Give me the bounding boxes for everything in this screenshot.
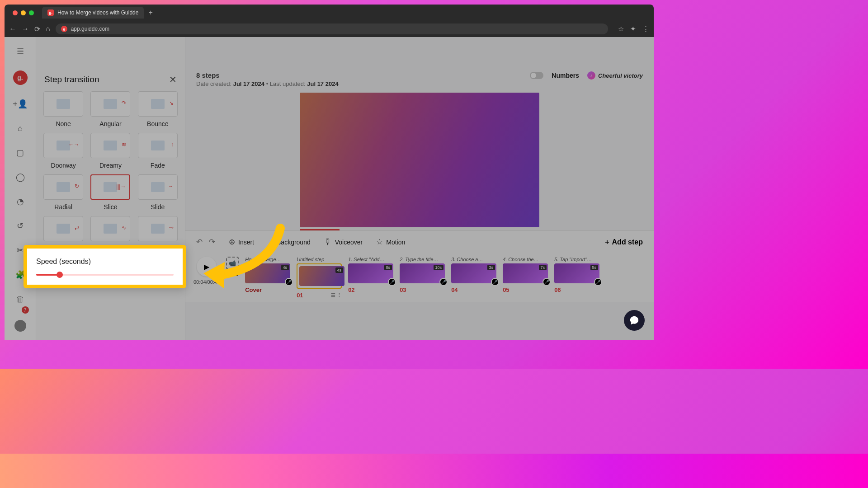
traffic-lights — [13, 10, 34, 15]
preview-canvas[interactable] — [300, 93, 539, 227]
callout-arrow-icon — [192, 221, 292, 294]
transition-dreamy[interactable]: ≋Dreamy — [90, 133, 131, 169]
menu-icon[interactable]: ☰ — [15, 46, 26, 57]
reload-button[interactable]: ⟳ — [34, 25, 40, 33]
url-favicon: g — [61, 26, 67, 32]
browser-tab[interactable]: g. How to Merge videos with Guidde — [42, 7, 144, 19]
notification-badge: 7 — [22, 306, 29, 314]
back-button[interactable]: ← — [9, 25, 16, 33]
video-icon[interactable]: ▢ — [15, 147, 26, 158]
trash-icon[interactable]: 🗑 — [15, 294, 26, 305]
timeline-thumb[interactable]: 2. Type the title… 10s 🎤 03 — [400, 257, 445, 299]
speed-control-highlight: Speed (seconds) — [24, 245, 186, 288]
music-icon: ♪ — [587, 71, 595, 80]
steps-meta: Date created: Jul 17 2024 • Last updated… — [196, 80, 339, 87]
tab-favicon: g. — [47, 9, 54, 16]
app-logo[interactable]: g. — [13, 70, 28, 85]
steps-count: 8 steps — [196, 71, 339, 79]
url-text: app.guidde.com — [71, 26, 109, 32]
slider-thumb[interactable] — [57, 272, 63, 278]
chat-icon — [629, 315, 639, 325]
home-icon[interactable]: ⌂ — [15, 123, 26, 134]
star-icon: ☆ — [376, 237, 383, 247]
mic-icon: 🎙 — [324, 238, 332, 247]
speed-label: Speed (seconds) — [36, 258, 174, 266]
timeline-thumb[interactable]: 5. Tap "Import"… 5s 🎤 06 — [554, 257, 599, 299]
speed-slider[interactable] — [36, 274, 174, 276]
user-avatar[interactable]: 7 — [14, 319, 27, 333]
main-editor: 8 steps Date created: Jul 17 2024 • Last… — [185, 37, 654, 340]
new-tab-button[interactable]: + — [148, 9, 152, 17]
transition-bounce[interactable]: ↘Bounce — [137, 91, 179, 127]
home-button[interactable]: ⌂ — [46, 25, 50, 33]
transition-radial[interactable]: ↻Radial — [42, 174, 84, 211]
numbers-toggle[interactable] — [530, 72, 543, 79]
tab-title: How to Merge videos with Guidde — [57, 9, 138, 16]
timeline-thumb[interactable]: 4. Choose the… 7s 🎤 05 — [503, 257, 548, 299]
music-selector[interactable]: ♪ Cheerful victory — [587, 71, 643, 80]
address-bar[interactable]: g app.guidde.com — [56, 23, 608, 34]
transition-angular[interactable]: ↷Angular — [90, 91, 131, 127]
panel-title: Step transition — [44, 75, 99, 84]
plus-icon: + — [605, 238, 609, 246]
add-step-button[interactable]: +Add step — [605, 238, 643, 246]
timeline-thumb[interactable]: 3. Choose a… 3s 🎤 04 — [451, 257, 496, 299]
add-user-icon[interactable]: +👤 — [15, 99, 26, 109]
transition-doorway[interactable]: ←→Doorway — [42, 133, 84, 169]
history-icon[interactable]: ↺ — [15, 221, 26, 231]
bookmark-icon[interactable]: ☆ — [618, 25, 624, 33]
app-sidebar: ☰ g. +👤 ⌂ ▢ ◯ ◔ ↺ ✂ 🧩 🗑 7 — [5, 37, 36, 340]
chart-icon[interactable]: ◔ — [15, 196, 26, 207]
transition-panel: Step transition ✕ None↷Angular↘Bounce←→D… — [36, 37, 185, 340]
transition-slide[interactable]: →Slide — [137, 174, 179, 211]
timeline-thumb[interactable]: 1. Select "Add… 8s 🎤 02 — [348, 257, 393, 299]
transition-none[interactable]: None — [42, 91, 84, 127]
extensions-icon[interactable]: ✦ — [630, 25, 636, 33]
close-icon[interactable]: ✕ — [169, 74, 177, 85]
transition-fade[interactable]: ↑Fade — [137, 133, 179, 169]
transition-slice[interactable]: |||→Slice — [90, 174, 131, 211]
browser-menu-icon[interactable]: ⋮ — [642, 25, 649, 33]
motion-button[interactable]: ☆Motion — [376, 237, 405, 247]
voiceover-button[interactable]: 🎙Voiceover — [324, 238, 363, 247]
numbers-label: Numbers — [552, 72, 579, 79]
forward-button[interactable]: → — [22, 25, 29, 33]
circle-icon[interactable]: ◯ — [15, 172, 26, 183]
timeline-thumb[interactable]: Untitled step 4s 01☰ ⋮ — [297, 257, 342, 299]
chat-fab[interactable] — [624, 310, 645, 331]
